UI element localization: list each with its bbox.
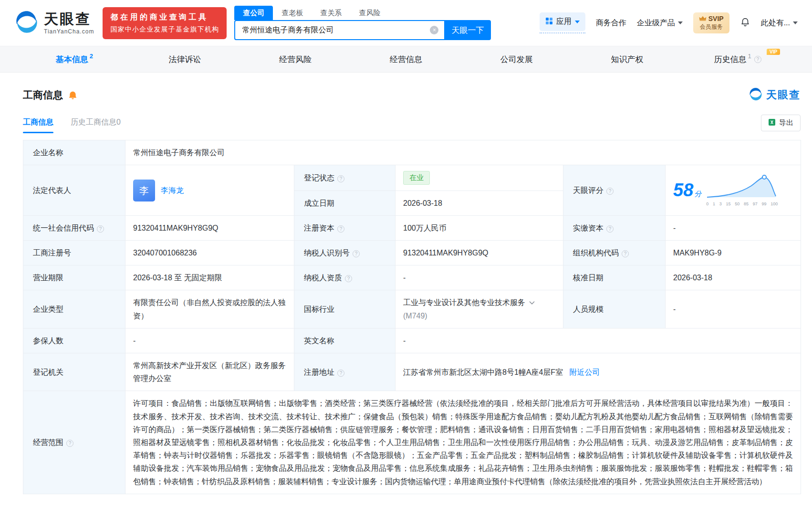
help-icon[interactable] xyxy=(66,440,73,447)
vip-tag: VIP xyxy=(767,49,780,55)
label-business-term: 营业期限 xyxy=(23,265,125,290)
search-input[interactable] xyxy=(234,20,444,40)
value-approval-date: 2026-03-18 xyxy=(666,265,801,290)
svip-membership-button[interactable]: SVIP 会员服务 xyxy=(693,12,729,33)
label-staff-size: 人员规模 xyxy=(563,290,666,328)
value-credit-code: 91320411MAK9HY8G9Q xyxy=(125,215,294,240)
apps-menu-wrap: 应用 xyxy=(540,12,585,33)
search-tab-risk[interactable]: 查风险 xyxy=(350,6,389,20)
section-nav: 基本信息 2 法律诉讼 经营风险 经营信息 公司发展 知识产权 VIP 历史信息… xyxy=(0,46,812,73)
value-paid-capital: - xyxy=(666,215,801,240)
tab-operating-info[interactable]: 经营信息 xyxy=(351,46,461,72)
bell-icon xyxy=(740,17,750,29)
value-org-code: MAK9HY8G-9 xyxy=(666,241,801,265)
chevron-down-icon[interactable] xyxy=(529,301,535,305)
label-taxpayer-quality: 纳税人资质 xyxy=(294,265,396,290)
value-reg-authority: 常州高新技术产业开发区（新北区）政务服务管理办公室 xyxy=(125,353,294,391)
value-taxpayer-quality: - xyxy=(396,265,563,290)
tab-intellectual-property[interactable]: 知识产权 xyxy=(572,46,683,72)
value-legal-rep: 李 李海龙 xyxy=(125,165,294,216)
help-icon[interactable] xyxy=(337,225,344,233)
search-tab-relation[interactable]: 查关系 xyxy=(312,6,350,20)
tab-history-info[interactable]: VIP 历史信息 1 xyxy=(682,46,793,72)
score-number: 58分 xyxy=(673,175,701,206)
search-tab-boss[interactable]: 查老板 xyxy=(273,6,312,20)
value-industry: 工业与专业设计及其他专业技术服务 (M749) xyxy=(396,290,563,328)
label-industry: 国标行业 xyxy=(294,290,396,328)
label-paid-capital: 实缴资本 xyxy=(563,215,666,240)
promo-line2: 国家中小企业发展子基金旗下机构 xyxy=(110,25,219,34)
label-business-scope: 经营范围 xyxy=(23,391,125,494)
value-score: 58分 0131550859799100 xyxy=(666,165,801,216)
label-insured-count: 参保人数 xyxy=(23,328,125,353)
status-badge: 在业 xyxy=(403,171,430,185)
tab-legal-proceedings[interactable]: 法律诉讼 xyxy=(130,46,240,72)
value-staff-size: - xyxy=(666,290,801,328)
label-legal-rep: 法定代表人 xyxy=(23,165,125,216)
section-header: 工商信息 天眼查 xyxy=(23,87,801,103)
label-reg-status: 登记状态 xyxy=(294,165,396,191)
help-icon[interactable] xyxy=(337,175,344,182)
chevron-down-icon xyxy=(793,21,798,24)
search-button[interactable]: 天眼一下 xyxy=(444,20,491,40)
cooperation-link[interactable]: 商务合作 xyxy=(596,18,626,28)
label-reg-number: 工商注册号 xyxy=(23,241,125,265)
tab-operating-risk[interactable]: 经营风险 xyxy=(240,46,351,72)
enterprise-products-link[interactable]: 企业级产品 xyxy=(637,18,683,28)
score-chart: 0131550859799100 xyxy=(706,172,778,208)
label-reg-capital: 注册资本 xyxy=(294,215,396,240)
subtab-row: 工商信息 历史工商信息0 导出 xyxy=(23,115,801,133)
header-right: 应用 商务合作 企业级产品 SVIP 会员服务 xyxy=(540,12,798,33)
help-icon[interactable] xyxy=(754,56,761,63)
watermark-text: 天眼查 xyxy=(766,88,801,102)
help-icon[interactable] xyxy=(97,225,104,233)
legal-rep-link[interactable]: 李海龙 xyxy=(161,184,184,197)
label-establish-date: 成立日期 xyxy=(294,191,396,215)
tianyancha-logo-icon xyxy=(14,10,39,36)
promo-banner: 都在用的商业查询工具 国家中小企业发展子基金旗下机构 xyxy=(103,7,227,39)
value-business-term: 2026-03-18 至 无固定期限 xyxy=(125,265,294,290)
help-icon[interactable] xyxy=(622,250,629,257)
value-reg-address: 江苏省常州市新北区太湖中路8号1幢A座4层F室 附近公司 xyxy=(396,353,801,391)
value-taxpayer-id: 91320411MAK9HY8G9Q xyxy=(396,241,563,265)
search-tab-company[interactable]: 查公司 xyxy=(234,6,273,20)
help-icon[interactable] xyxy=(606,225,614,233)
crown-icon xyxy=(699,15,707,22)
page-title: 工商信息 xyxy=(23,88,63,102)
industry-code: (M749) xyxy=(403,309,555,322)
promo-line1: 都在用的商业查询工具 xyxy=(110,12,219,22)
export-button[interactable]: 导出 xyxy=(761,115,801,131)
svip-sublabel: 会员服务 xyxy=(700,23,723,31)
tab-company-development[interactable]: 公司发展 xyxy=(461,46,572,72)
help-icon[interactable] xyxy=(345,275,352,282)
excel-icon xyxy=(768,118,776,127)
label-approval-date: 核准日期 xyxy=(563,265,666,290)
tab-count-badge: 1 xyxy=(748,53,751,60)
avatar[interactable]: 李 xyxy=(133,180,155,201)
value-establish-date: 2026-03-18 xyxy=(396,191,563,215)
search-tabs: 查公司 查老板 查关系 查风险 xyxy=(234,6,491,20)
help-icon[interactable] xyxy=(353,250,360,257)
apps-menu-button[interactable]: 应用 xyxy=(540,12,585,31)
alert-bell-icon[interactable] xyxy=(68,90,78,100)
value-reg-capital: 100万人民币 xyxy=(396,215,563,240)
label-reg-address: 注册地址 xyxy=(294,353,396,391)
apps-label: 应用 xyxy=(556,17,572,27)
value-insured-count: - xyxy=(125,328,294,353)
value-english-name: - xyxy=(396,328,801,353)
subtab-business-info[interactable]: 工商信息 xyxy=(23,117,53,133)
tab-basic-info[interactable]: 基本信息 2 xyxy=(19,46,130,72)
user-menu[interactable]: 此处有... xyxy=(761,18,798,28)
help-icon[interactable] xyxy=(337,370,344,377)
logo-title: 天眼查 xyxy=(44,11,94,27)
subtab-history-business-info[interactable]: 历史工商信息0 xyxy=(71,117,121,133)
tab-count-badge: 2 xyxy=(90,53,93,60)
help-icon[interactable] xyxy=(606,188,614,195)
grid-icon xyxy=(545,17,553,27)
tianyancha-logo[interactable]: 天眼查 TianYanCha.com xyxy=(14,10,94,36)
top-header: 天眼查 TianYanCha.com 都在用的商业查询工具 国家中小企业发展子基… xyxy=(0,0,812,46)
watermark-logo: 天眼查 xyxy=(749,87,801,103)
value-reg-number: 320407001068236 xyxy=(125,241,294,265)
notification-bell-button[interactable] xyxy=(740,17,750,29)
nearby-companies-link[interactable]: 附近公司 xyxy=(569,368,600,376)
